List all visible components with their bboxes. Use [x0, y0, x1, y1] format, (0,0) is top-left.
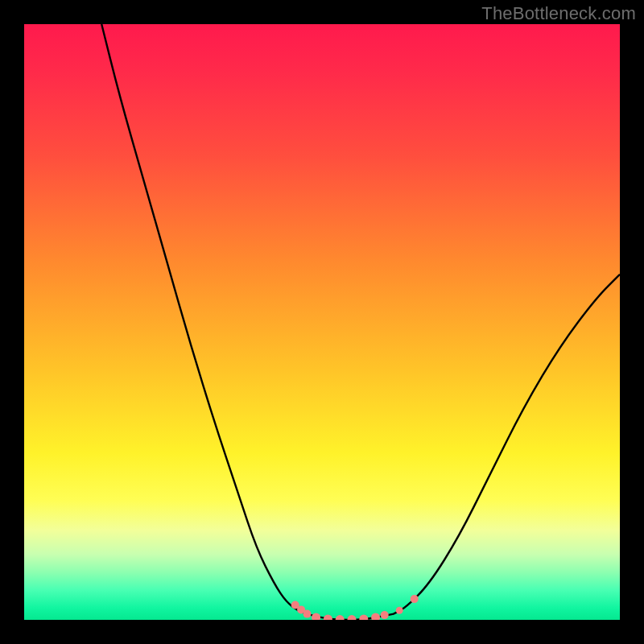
trough-marker	[336, 615, 345, 620]
trough-marker	[381, 611, 389, 619]
trough-marker	[411, 595, 419, 603]
trough-marker	[312, 613, 320, 621]
trough-marker-group	[291, 595, 419, 620]
trough-marker	[303, 610, 312, 618]
bottleneck-curve	[101, 24, 620, 620]
trough-marker	[324, 614, 332, 620]
plot-area	[24, 24, 620, 620]
watermark-text: TheBottleneck.com	[481, 3, 636, 24]
trough-marker	[396, 607, 403, 614]
curve-svg	[24, 24, 620, 620]
trough-marker	[348, 615, 357, 620]
chart-frame: TheBottleneck.com	[0, 0, 644, 644]
trough-marker	[371, 613, 380, 621]
trough-marker	[359, 614, 368, 620]
